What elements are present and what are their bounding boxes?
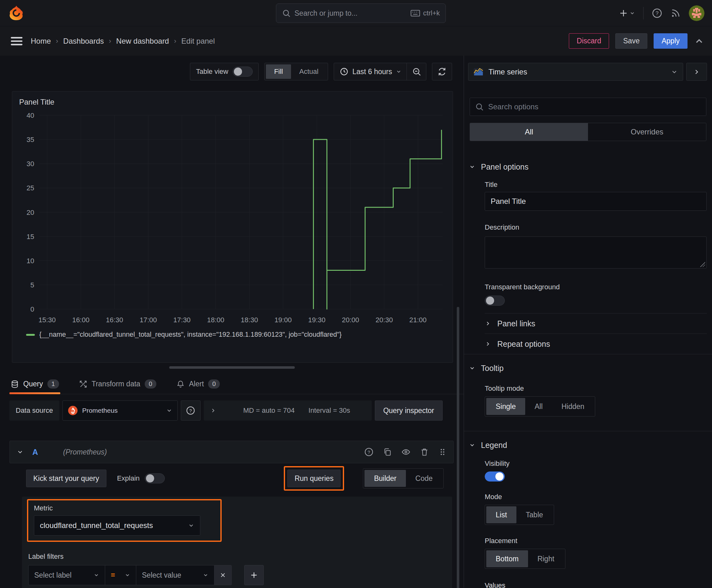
- zoom-out-button[interactable]: [407, 63, 426, 80]
- svg-text:10: 10: [27, 257, 34, 265]
- legend-placement-bottom[interactable]: Bottom: [486, 550, 528, 567]
- legend-mode-list[interactable]: List: [486, 506, 516, 523]
- search-icon: [475, 102, 484, 111]
- explain-toggle[interactable]: [145, 474, 165, 483]
- remove-filter-button[interactable]: [214, 565, 232, 585]
- chevron-down-icon: [203, 572, 209, 578]
- chevron-down-icon: [469, 164, 475, 170]
- help-button[interactable]: ?: [652, 8, 662, 19]
- save-button[interactable]: Save: [615, 33, 647, 49]
- tooltip-mode-hidden[interactable]: Hidden: [552, 398, 594, 415]
- svg-text:16:30: 16:30: [106, 316, 123, 324]
- textarea-resize-handle[interactable]: [700, 262, 705, 267]
- section-divider: [464, 431, 712, 431]
- builder-option[interactable]: Builder: [365, 470, 406, 487]
- query-help-icon[interactable]: ?: [364, 447, 373, 457]
- datasource-select[interactable]: Prometheus: [63, 400, 178, 421]
- tooltip-mode-all[interactable]: All: [525, 398, 552, 415]
- time-range-label: Last 6 hours: [352, 67, 392, 76]
- breadcrumb-dashboards[interactable]: Dashboards: [63, 37, 104, 45]
- run-queries-button[interactable]: Run queries: [287, 469, 341, 487]
- query-inspector-button[interactable]: Query inspector: [375, 400, 443, 421]
- tooltip-section-header[interactable]: Tooltip: [469, 362, 712, 374]
- legend-placement-right[interactable]: Right: [528, 550, 564, 567]
- delete-query-trash-icon[interactable]: [420, 447, 429, 456]
- toggle-visibility-eye-icon[interactable]: [401, 447, 411, 457]
- vertical-scrollbar[interactable]: [457, 307, 459, 588]
- query-builder: Metric cloudflared_tunnel_total_requests…: [22, 497, 452, 588]
- chevron-down-icon[interactable]: [17, 448, 24, 456]
- kick-start-query-button[interactable]: Kick start your query: [26, 469, 106, 487]
- time-range-button[interactable]: Last 6 hours: [340, 67, 407, 76]
- tab-all-options[interactable]: All: [470, 123, 588, 141]
- legend-series-swatch[interactable]: [26, 334, 35, 336]
- legend-placement-label: Placement: [485, 537, 712, 545]
- tab-query-label: Query: [23, 380, 43, 388]
- discard-button[interactable]: Discard: [569, 33, 609, 49]
- metric-select[interactable]: cloudflared_tunnel_total_requests: [34, 516, 200, 536]
- tooltip-mode-single[interactable]: Single: [486, 398, 525, 415]
- duplicate-query-icon[interactable]: [383, 447, 392, 456]
- global-search-input[interactable]: [295, 9, 407, 18]
- query-options-bar[interactable]: MD = auto = 704 Interval = 30s: [204, 400, 372, 421]
- legend-visibility-toggle[interactable]: [485, 471, 505, 482]
- topbar-divider: [643, 7, 644, 19]
- refresh-button[interactable]: [432, 63, 452, 80]
- builder-code-switch: Builder Code: [363, 468, 444, 488]
- svg-text:30: 30: [27, 160, 34, 168]
- global-search[interactable]: ctrl+k: [276, 3, 446, 23]
- transparent-background-toggle[interactable]: [485, 296, 505, 306]
- panel-links-section[interactable]: Panel links: [485, 313, 712, 334]
- actual-option[interactable]: Actual: [291, 64, 326, 79]
- visualization-picker[interactable]: Time series: [468, 63, 683, 81]
- user-avatar[interactable]: [689, 5, 705, 21]
- grafana-logo[interactable]: [9, 5, 24, 21]
- legend-mode-table[interactable]: Table: [516, 506, 553, 523]
- breadcrumb-home[interactable]: Home: [31, 37, 51, 45]
- tab-query[interactable]: Query 1: [9, 374, 60, 394]
- time-series-chart[interactable]: 051015202530354015:3016:0016:3017:0017:3…: [17, 106, 448, 330]
- bell-icon: [176, 380, 185, 388]
- breadcrumb-separator: ›: [109, 37, 111, 45]
- query-ref-id: A: [33, 447, 38, 457]
- options-search[interactable]: [470, 98, 706, 116]
- description-textarea[interactable]: [485, 236, 707, 269]
- operator-dropdown[interactable]: =: [105, 565, 136, 585]
- tab-transform-data[interactable]: Transform data 0: [78, 374, 157, 394]
- collapse-options-button[interactable]: [694, 36, 705, 46]
- panel-resizer: [0, 363, 464, 372]
- options-search-input[interactable]: [488, 102, 701, 111]
- repeat-options-section[interactable]: Repeat options: [485, 334, 712, 354]
- add-filter-button[interactable]: [244, 565, 264, 585]
- breadcrumb-new-dashboard[interactable]: New dashboard: [116, 37, 169, 45]
- chevron-down-icon: [166, 407, 172, 414]
- query-row-header[interactable]: A (Prometheus) ?: [9, 441, 454, 463]
- table-view-toggle[interactable]: [233, 67, 253, 77]
- select-label-dropdown[interactable]: Select label: [28, 565, 105, 585]
- add-new-button[interactable]: [619, 8, 635, 18]
- tab-alert[interactable]: Alert 0: [175, 374, 221, 394]
- drag-handle-grip-icon[interactable]: [438, 448, 447, 456]
- resize-handle[interactable]: [169, 366, 295, 369]
- tab-overrides[interactable]: Overrides: [588, 123, 706, 141]
- fill-option[interactable]: Fill: [266, 64, 291, 79]
- code-option[interactable]: Code: [406, 470, 442, 487]
- datasource-help-button[interactable]: ?: [181, 400, 201, 421]
- select-value-dropdown[interactable]: Select value: [136, 565, 214, 585]
- menu-icon[interactable]: [9, 36, 24, 47]
- tooltip-heading: Tooltip: [481, 364, 503, 373]
- metric-annotation-box: Metric cloudflared_tunnel_total_requests: [27, 499, 222, 542]
- zoom-out-icon: [412, 67, 421, 76]
- plus-icon: [250, 571, 258, 579]
- plus-icon: [619, 8, 628, 18]
- news-button[interactable]: [671, 8, 681, 18]
- operator-value: =: [111, 571, 115, 580]
- tab-transform-label: Transform data: [92, 380, 140, 388]
- panel-options-section-header[interactable]: Panel options: [469, 161, 712, 172]
- panel-title-input[interactable]: [485, 192, 707, 211]
- legend-section-header[interactable]: Legend: [469, 439, 712, 451]
- legend-series-label[interactable]: {__name__="cloudflared_tunnel_total_requ…: [39, 331, 342, 339]
- svg-text:17:00: 17:00: [140, 316, 157, 324]
- toggle-viz-picker-button[interactable]: [686, 63, 707, 81]
- apply-button[interactable]: Apply: [654, 33, 688, 49]
